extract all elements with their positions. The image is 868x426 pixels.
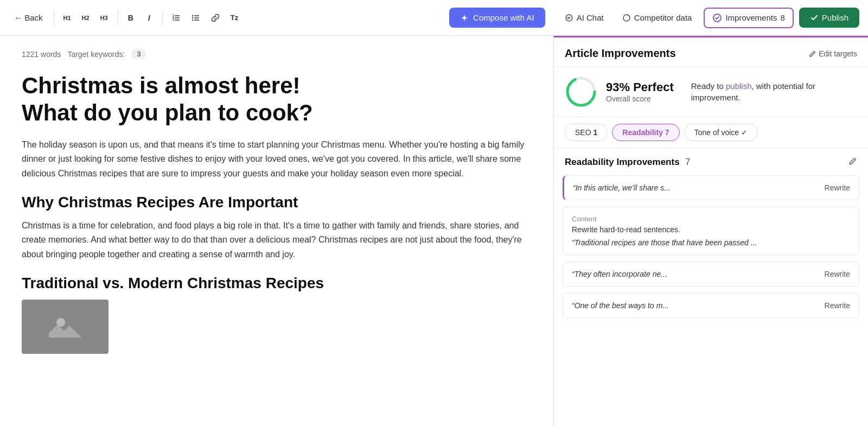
improvement-card-row-4: “One of the best ways to m... Rewrite	[572, 301, 850, 310]
target-keywords-label: Target keywords:	[67, 50, 125, 59]
improvement-quote-2: “Traditional recipes are those that have…	[572, 238, 850, 247]
improvements-label: Improvements	[725, 13, 777, 22]
improvements-title-row: Readability Improvements 7	[565, 157, 691, 168]
score-percent: 93% Perfect	[606, 80, 674, 94]
improvement-card-row-1: “In this article, we’ll share s... Rewri…	[573, 183, 850, 192]
svg-point-11	[192, 19, 193, 20]
svg-text:3: 3	[173, 18, 174, 21]
rewrite-button-4[interactable]: Rewrite	[825, 301, 850, 310]
panel-title: Article Improvements	[565, 47, 676, 60]
article-body-2[interactable]: Christmas is a time for celebration, and…	[22, 219, 532, 262]
card-desc-2: Rewrite hard-to-read sentences.	[572, 225, 850, 234]
improvements-count: 8	[780, 13, 784, 22]
score-description: Ready to publish, with potential for imp…	[682, 80, 857, 103]
divider	[117, 10, 118, 26]
improvements-header: Readability Improvements 7	[554, 148, 868, 172]
improvement-card-1: “In this article, we’ll share s... Rewri…	[563, 175, 859, 200]
toolbar-left: ← Back H1 H2 H3 B I 123 Tz	[9, 10, 242, 26]
edit-targets-button[interactable]: Edit targets	[809, 49, 857, 58]
score-section: 93% Perfect Overall score Ready to publi…	[554, 67, 868, 117]
improvements-count-badge: 7	[685, 157, 690, 167]
publish-link[interactable]: publish	[726, 81, 752, 91]
improvement-card-3: “They often incorporate ne... Rewrite	[563, 262, 859, 287]
panel-header: Article Improvements Edit targets	[554, 37, 868, 67]
h1-button[interactable]: H1	[60, 10, 75, 26]
clear-format-button[interactable]: Tz	[227, 10, 242, 26]
score-sub: Overall score	[606, 94, 674, 103]
svg-rect-14	[49, 310, 81, 343]
article-image	[22, 300, 108, 354]
score-circle	[565, 75, 597, 108]
article-h2-2[interactable]: Traditional vs. Modern Christmas Recipes	[22, 275, 532, 292]
tab-seo[interactable]: SEO 1	[565, 124, 608, 141]
svg-point-10	[192, 17, 193, 18]
seo-count: 1	[593, 128, 597, 137]
unordered-list-button[interactable]	[188, 10, 204, 26]
divider	[162, 10, 163, 26]
publish-button[interactable]: Publish	[799, 8, 859, 28]
compose-with-ai-button[interactable]: Compose with AI	[449, 8, 545, 28]
link-button[interactable]	[207, 10, 224, 26]
italic-button[interactable]: I	[142, 10, 157, 26]
improvements-heading: Readability Improvements	[565, 157, 680, 167]
improvement-card-2: Content Rewrite hard-to-read sentences. …	[563, 207, 859, 255]
compose-label: Compose with AI	[473, 13, 534, 22]
rewrite-button-1[interactable]: Rewrite	[825, 183, 850, 192]
readability-count: 7	[665, 128, 669, 137]
svg-point-9	[192, 15, 193, 16]
back-button[interactable]: ← Back	[9, 10, 48, 26]
toolbar: ← Back H1 H2 H3 B I 123 Tz Compose with …	[0, 0, 868, 36]
rewrite-button-3[interactable]: Rewrite	[825, 270, 850, 278]
keyword-badge[interactable]: 3	[131, 49, 146, 59]
article-h2-1[interactable]: Why Christmas Recipes Are Important	[22, 194, 532, 211]
word-count: 1221 words	[22, 50, 61, 59]
divider	[54, 10, 54, 26]
article-title[interactable]: Christmas is almost here! What do you pl…	[22, 72, 532, 127]
publish-label: Publish	[822, 13, 848, 22]
card-label-2: Content	[572, 215, 850, 223]
improvement-quote-3: “They often incorporate ne...	[572, 270, 818, 278]
bold-button[interactable]: B	[123, 10, 138, 26]
improvement-quote-1: “In this article, we’ll share s...	[573, 183, 818, 192]
article-body-1[interactable]: The holiday season is upon us, and that …	[22, 138, 532, 181]
h3-button[interactable]: H3	[97, 10, 112, 26]
main-area: 1221 words Target keywords: 3 Christmas …	[0, 36, 868, 426]
competitor-data-button[interactable]: Competitor data	[616, 9, 699, 27]
editor-area[interactable]: 1221 words Target keywords: 3 Christmas …	[0, 36, 553, 426]
improvements-button[interactable]: Improvements 8	[704, 8, 793, 28]
improvement-card-row-2: “Traditional recipes are those that have…	[572, 238, 850, 247]
editor-meta: 1221 words Target keywords: 3	[22, 49, 532, 59]
h2-button[interactable]: H2	[78, 10, 93, 26]
improvements-panel: Article Improvements Edit targets 93% Pe…	[553, 36, 868, 426]
improvement-quote-4: “One of the best ways to m...	[572, 301, 818, 310]
tab-readability[interactable]: Readability 7	[612, 124, 679, 141]
ai-chat-button[interactable]: AI Chat	[558, 9, 610, 27]
edit-targets-label: Edit targets	[819, 49, 857, 58]
tabs-row: SEO 1 Readability 7 Tone of voice ✓	[554, 117, 868, 148]
toolbar-right: AI Chat Competitor data Improvements 8 P…	[558, 8, 859, 28]
ordered-list-button[interactable]: 123	[168, 10, 184, 26]
ai-chat-label: AI Chat	[577, 13, 604, 22]
score-info: 93% Perfect Overall score	[606, 80, 674, 103]
competitor-data-label: Competitor data	[634, 13, 692, 22]
edit-improvements-button[interactable]	[848, 157, 857, 168]
tab-tone-of-voice[interactable]: Tone of voice ✓	[684, 124, 758, 141]
improvement-card-row-3: “They often incorporate ne... Rewrite	[572, 270, 850, 278]
improvement-card-4: “One of the best ways to m... Rewrite	[563, 293, 859, 318]
